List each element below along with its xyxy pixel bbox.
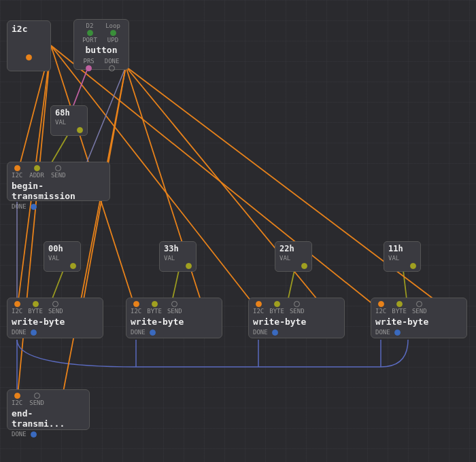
begin-i2c-dot[interactable] — [14, 165, 20, 171]
wb2-done-dot[interactable] — [150, 330, 156, 336]
wb4-node[interactable]: I2C BYTE SEND write-byte DONE — [371, 298, 467, 338]
hex33-title: 33h — [164, 244, 192, 253]
begin-send-dot[interactable] — [55, 165, 61, 171]
i2c-node[interactable]: i2c — [7, 20, 51, 71]
begin-title: begin-transmission — [12, 181, 105, 201]
wb3-node[interactable]: I2C BYTE SEND write-byte DONE — [248, 298, 345, 338]
wb4-byte-dot[interactable] — [396, 301, 403, 307]
wb4-send-dot[interactable] — [416, 301, 422, 307]
wb4-title: write-byte — [375, 317, 462, 327]
begin-addr-dot[interactable] — [34, 165, 40, 171]
end-node[interactable]: I2C SEND end-transmi... DONE — [7, 389, 90, 430]
svg-line-16 — [126, 67, 326, 310]
hex11-title: 11h — [388, 244, 416, 253]
wb1-send-port: SEND — [48, 301, 63, 315]
end-send-dot[interactable] — [34, 393, 40, 399]
wb3-send-dot[interactable] — [294, 301, 300, 307]
end-title: end-transmi... — [12, 408, 85, 429]
button-loop-dot[interactable] — [110, 30, 116, 36]
button-title: button — [78, 45, 124, 55]
begin-done-dot[interactable] — [31, 204, 37, 210]
hex22-val-dot[interactable] — [301, 263, 307, 269]
button-port-d2: D2 PORT — [82, 22, 97, 43]
wb4-i2c-port: I2C — [375, 301, 386, 315]
wb2-node[interactable]: I2C BYTE SEND write-byte DONE — [126, 298, 222, 338]
hex33-val-dot[interactable] — [186, 263, 192, 269]
hex00-title: 00h — [48, 244, 76, 253]
wb3-byte-dot[interactable] — [274, 301, 280, 307]
wb3-i2c-dot[interactable] — [256, 301, 262, 307]
begin-node[interactable]: I2C ADDR SEND begin-transmission DONE — [7, 162, 110, 201]
hex00-node[interactable]: 00h VAL — [44, 241, 81, 272]
end-i2c-port: I2C — [12, 393, 22, 406]
wb1-title: write-byte — [12, 317, 99, 327]
hex68-node[interactable]: 68h VAL — [50, 105, 88, 136]
svg-line-8 — [82, 67, 126, 175]
svg-line-15 — [126, 67, 204, 310]
wb2-byte-port: BYTE — [147, 301, 162, 315]
wb3-send-port: SEND — [290, 301, 305, 315]
button-prs-dot[interactable] — [86, 65, 92, 71]
svg-line-17 — [126, 67, 449, 310]
button-done-dot[interactable] — [109, 65, 115, 71]
wb1-i2c-port: I2C — [12, 301, 22, 315]
end-send-port: SEND — [29, 393, 44, 406]
hex68-title: 68h — [55, 108, 83, 118]
begin-send-port: SEND — [51, 165, 66, 179]
wb2-i2c-dot[interactable] — [133, 301, 139, 307]
wb1-send-dot[interactable] — [52, 301, 58, 307]
wb1-i2c-dot[interactable] — [14, 301, 20, 307]
wb4-done-dot[interactable] — [394, 330, 401, 336]
button-port-loop: Loop UPD — [105, 22, 120, 43]
hex68-val-dot[interactable] — [77, 127, 83, 133]
svg-line-5 — [17, 46, 51, 402]
wb2-title: write-byte — [131, 317, 218, 327]
begin-i2c-port: I2C — [12, 165, 22, 179]
wb2-send-port: SEND — [167, 301, 182, 315]
end-i2c-dot[interactable] — [14, 393, 20, 399]
i2c-out-port[interactable] — [26, 54, 32, 60]
wb2-i2c-port: I2C — [131, 301, 141, 315]
hex22-node[interactable]: 22h VAL — [275, 241, 312, 272]
wb4-i2c-dot[interactable] — [378, 301, 384, 307]
wb3-i2c-port: I2C — [253, 301, 264, 315]
wb2-byte-dot[interactable] — [152, 301, 158, 307]
begin-addr-port: ADDR — [29, 165, 44, 179]
canvas: i2c D2 PORT Loop UPD button PRS — [0, 0, 476, 462]
hex11-val-dot[interactable] — [410, 263, 416, 269]
button-done-port: DONE — [105, 58, 120, 71]
wb4-byte-port: BYTE — [392, 301, 407, 315]
wb2-send-dot[interactable] — [171, 301, 177, 307]
button-d2-dot[interactable] — [87, 30, 93, 36]
end-done-dot[interactable] — [31, 431, 37, 438]
hex33-node[interactable]: 33h VAL — [159, 241, 197, 272]
wb1-byte-dot[interactable] — [33, 301, 39, 307]
wb3-done-dot[interactable] — [272, 330, 278, 336]
hex11-node[interactable]: 11h VAL — [384, 241, 421, 272]
wb1-node[interactable]: I2C BYTE SEND write-byte DONE — [7, 298, 103, 338]
wb3-byte-port: BYTE — [269, 301, 284, 315]
wb1-done-dot[interactable] — [31, 330, 37, 336]
wb4-send-port: SEND — [412, 301, 427, 315]
wb1-byte-port: BYTE — [28, 301, 43, 315]
i2c-title: i2c — [12, 24, 46, 34]
hex22-title: 22h — [279, 244, 307, 253]
wb3-title: write-byte — [253, 317, 340, 327]
hex00-val-dot[interactable] — [70, 263, 76, 269]
button-prs-port: PRS — [84, 58, 95, 71]
button-node[interactable]: D2 PORT Loop UPD button PRS DONE — [73, 19, 129, 70]
